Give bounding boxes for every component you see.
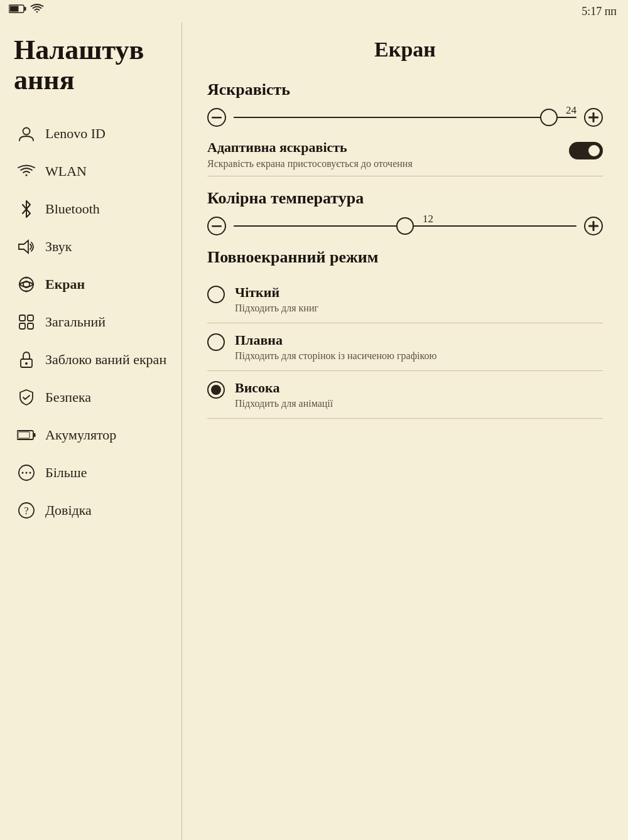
sidebar-item-wlan[interactable]: WLAN [14, 153, 181, 190]
sidebar-label-security: Безпека [45, 389, 91, 406]
wifi-icon [16, 161, 36, 181]
shield-icon [16, 387, 36, 407]
color-temp-increase-button[interactable] [584, 217, 603, 235]
sidebar-label-more: Більше [45, 465, 87, 481]
sidebar-title: Налаштув ання [14, 35, 181, 96]
svg-rect-1 [24, 7, 26, 11]
sidebar-item-security[interactable]: Безпека [14, 379, 181, 416]
radio-crisp-subtitle: Підходить для книг [235, 303, 318, 314]
svg-text:?: ? [24, 505, 28, 516]
svg-rect-27 [212, 225, 222, 227]
radio-crisp-label: Чіткий [235, 284, 318, 301]
svg-rect-16 [34, 433, 36, 437]
sidebar-item-lockscreen[interactable]: Заблоко ваний екран [14, 341, 181, 379]
bluetooth-icon [16, 199, 36, 219]
adaptive-brightness-subtitle: Яскравість екрана пристосовується до ото… [207, 158, 569, 170]
main-layout: Налаштув ання Lenovo ID WLAN [0, 23, 628, 840]
sidebar: Налаштув ання Lenovo ID WLAN [0, 23, 182, 840]
sidebar-label-lockscreen: Заблоко ваний екран [45, 352, 166, 368]
sidebar-label-display: Екран [45, 276, 85, 293]
radio-smooth[interactable] [207, 333, 225, 351]
battery-icon [9, 4, 26, 13]
sidebar-item-sound[interactable]: Звук [14, 228, 181, 266]
sidebar-label-sound: Звук [45, 239, 72, 255]
adaptive-brightness-title: Адаптивна яскравість [207, 139, 569, 156]
brightness-slider-row [207, 108, 603, 127]
speaker-icon [16, 237, 36, 257]
color-temp-label: Колірна температура [207, 189, 603, 208]
radio-smooth-label: Плавна [235, 332, 436, 348]
svg-point-20 [26, 471, 28, 473]
more-icon [16, 463, 36, 483]
sidebar-label-bluetooth: Bluetooth [45, 201, 100, 217]
sidebar-item-lenovo-id[interactable]: Lenovo ID [14, 115, 181, 153]
color-temp-fill [234, 225, 405, 227]
help-icon: ? [16, 500, 36, 520]
radio-high[interactable] [207, 381, 225, 399]
content-area: Екран Яскравість 24 [182, 23, 628, 840]
brightness-fill [234, 117, 549, 118]
brightness-slider-track[interactable] [234, 117, 577, 118]
radio-smooth-subtitle: Підходить для сторінок із насиченою граф… [235, 350, 436, 362]
adaptive-brightness-row: Адаптивна яскравість Яскравість екрана п… [207, 139, 603, 176]
svg-point-21 [30, 471, 31, 473]
radio-high-label: Висока [235, 380, 333, 396]
person-icon [16, 124, 36, 144]
sidebar-item-battery[interactable]: Акумулятор [14, 416, 181, 454]
svg-rect-29 [588, 225, 598, 227]
brightness-increase-button[interactable] [584, 108, 603, 127]
sidebar-label-battery: Акумулятор [45, 427, 116, 443]
svg-rect-10 [28, 315, 33, 321]
color-temp-thumb[interactable] [396, 217, 414, 235]
svg-rect-17 [18, 432, 30, 438]
sidebar-label-general: Загальний [45, 314, 106, 330]
svg-point-3 [23, 127, 30, 134]
grid-icon [16, 312, 36, 332]
sidebar-label-help: Довідка [45, 502, 92, 519]
status-icons-left [9, 4, 44, 14]
svg-point-19 [22, 471, 24, 473]
sidebar-item-display[interactable]: Екран [14, 266, 181, 303]
color-temperature-section: Колірна температура 12 [207, 189, 603, 235]
sidebar-item-bluetooth[interactable]: Bluetooth [14, 190, 181, 228]
color-temp-slider-track[interactable] [234, 225, 577, 227]
display-icon [16, 274, 36, 294]
sidebar-item-more[interactable]: Більше [14, 454, 181, 492]
fullscreen-option-crisp[interactable]: Чіткий Підходить для книг [207, 276, 603, 323]
battery-sidebar-icon [16, 425, 36, 445]
svg-point-5 [19, 277, 33, 291]
page-title: Екран [207, 38, 603, 62]
adaptive-brightness-toggle[interactable] [569, 142, 603, 159]
svg-rect-24 [212, 117, 222, 119]
fullscreen-mode-section: Повноекранний режим Чіткий Підходить для… [207, 248, 603, 419]
wifi-status-icon [30, 4, 44, 14]
brightness-thumb[interactable] [540, 109, 558, 126]
status-bar: 5:17 пп [0, 0, 628, 23]
svg-rect-26 [588, 117, 598, 119]
lock-icon [16, 350, 36, 370]
fullscreen-option-high[interactable]: Висока Підходить для анімації [207, 371, 603, 419]
status-time: 5:17 пп [582, 5, 617, 18]
sidebar-item-help[interactable]: ? Довідка [14, 492, 181, 529]
svg-rect-2 [10, 6, 19, 12]
color-temp-decrease-button[interactable] [207, 217, 226, 235]
svg-point-14 [25, 362, 28, 365]
brightness-decrease-button[interactable] [207, 108, 226, 127]
sidebar-item-general[interactable]: Загальний [14, 303, 181, 341]
svg-rect-9 [19, 315, 25, 321]
svg-marker-4 [19, 240, 28, 253]
brightness-section: Яскравість 24 [207, 80, 603, 176]
sidebar-label-wlan: WLAN [45, 163, 87, 180]
sidebar-label-lenovo-id: Lenovo ID [45, 126, 106, 142]
brightness-label: Яскравість [207, 80, 603, 99]
toggle-knob [587, 144, 601, 158]
svg-rect-12 [28, 323, 33, 329]
radio-high-subtitle: Підходить для анімації [235, 398, 333, 409]
radio-crisp[interactable] [207, 286, 225, 303]
fullscreen-mode-label: Повноекранний режим [207, 248, 603, 267]
fullscreen-option-smooth[interactable]: Плавна Підходить для сторінок із насичен… [207, 323, 603, 371]
svg-rect-11 [19, 323, 25, 329]
color-temp-slider-row [207, 217, 603, 235]
